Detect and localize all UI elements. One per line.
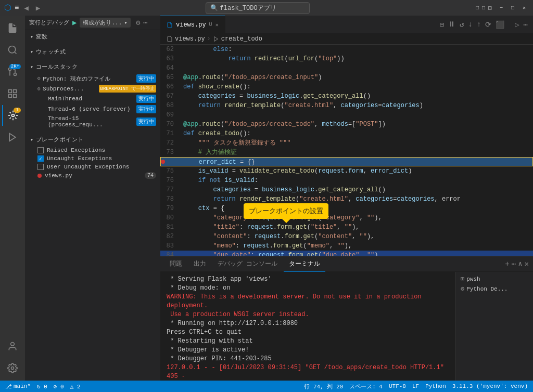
tab-stop-button[interactable]: ⬛ (494, 19, 505, 30)
svg-point-9 (12, 114, 15, 117)
title-bar-right: □ □ ◫ − □ ✕ (473, 3, 529, 13)
tab-close-icon[interactable]: ✕ (215, 22, 219, 28)
code-line-72: 72 """ タスクを新規登録する """ (160, 138, 533, 148)
svg-rect-8 (9, 95, 12, 98)
tab-step-in-button[interactable]: ↑ (476, 19, 482, 30)
search-icon (7, 45, 18, 55)
line-code-83: "memo": request.form.get("memo", ""), (179, 241, 533, 251)
code-line-81: 81 "title": request.form.get("title", ""… (160, 223, 533, 232)
callstack-title[interactable]: ▾ コールスタック (25, 61, 160, 72)
watch-section: ▾ ウォッチ式 (25, 45, 160, 58)
line-num-81: 81 (160, 223, 179, 232)
panel-tab-debug-console[interactable]: デバッグ コンソール (212, 256, 283, 272)
breadcrumb-file[interactable]: views.py (175, 35, 205, 43)
tab-run-button[interactable]: ▷ (514, 19, 520, 30)
debug-gear-button[interactable]: ⚙ (136, 18, 140, 27)
callstack-main-thread[interactable]: MainThread 実行中 (40, 94, 160, 104)
terminal-pwsh-label: pwsh (466, 276, 480, 282)
hamburger-menu[interactable]: ≡ (15, 4, 19, 12)
status-errors[interactable]: ⊘ 0 (53, 383, 65, 390)
status-encoding[interactable]: UTF-8 (388, 383, 407, 389)
terminal-python[interactable]: ⚙ Python De... (458, 284, 531, 294)
nav-back-button[interactable]: ◀ (22, 3, 30, 14)
line-num-63: 63 (160, 54, 179, 63)
terminal-line-3: WARNING: This is a development server. D… (167, 293, 449, 310)
code-line-73: 73 # 入力値検証 (160, 148, 533, 157)
status-language[interactable]: Python (424, 383, 447, 389)
user-uncaught-checkbox[interactable] (37, 164, 44, 170)
nav-forward-button[interactable]: ▶ (34, 3, 42, 14)
activity-account[interactable] (2, 336, 23, 357)
line-code-70: @app.route("/todo_apps/create_todo", met… (179, 120, 533, 129)
code-line-80: 80 "category": request.form.get("categor… (160, 213, 533, 223)
callstack-thread6[interactable]: Thread-6 (serve_forever) 実行中 (40, 104, 160, 114)
breakpoints-title[interactable]: ▾ ブレークポイント (25, 134, 160, 145)
title-bar: ⬡ ≡ ◀ ▶ 🔍 flask_TODOアプリ □ □ ◫ − □ ✕ (0, 0, 533, 16)
user-uncaught-label: User Uncaught Exceptions (47, 164, 129, 170)
variables-arrow: ▾ (30, 34, 34, 40)
status-branch[interactable]: ⎇ main* (4, 383, 32, 390)
status-version[interactable]: 3.11.3 ('myenv': venv) (451, 383, 529, 389)
tab-views-py[interactable]: views.py U ✕ (160, 16, 225, 34)
tab-step-over-button[interactable]: ↓ (467, 19, 473, 30)
file-icon (167, 22, 173, 28)
activity-explorer[interactable] (2, 18, 23, 38)
panel-add-button[interactable]: + (505, 260, 509, 268)
tab-step-out-button[interactable]: ⟳ (484, 19, 492, 30)
tab-more-button[interactable]: ⋯ (523, 19, 529, 30)
source-control-badge: 2K+ (9, 64, 21, 69)
activity-run[interactable] (2, 127, 23, 148)
status-spaces[interactable]: スペース: 4 (348, 383, 384, 390)
panel-tab-terminal[interactable]: ターミナル (284, 256, 325, 272)
status-sync[interactable]: ↻ 0 (36, 383, 48, 390)
line-code-74: error_dict = {} (180, 158, 532, 166)
bp-user-uncaught[interactable]: User Uncaught Exceptions (33, 163, 160, 171)
panel-tab-output[interactable]: 出力 (188, 256, 211, 272)
watch-title[interactable]: ▾ ウォッチ式 (25, 46, 160, 57)
status-line-col[interactable]: 行 74, 列 20 (303, 383, 344, 390)
config-button[interactable]: 構成があり... ▾ (80, 18, 130, 28)
settings-icon (7, 363, 18, 373)
tab-pause-button[interactable]: ⏸ (447, 19, 456, 30)
activity-settings[interactable] (2, 358, 23, 378)
line-code-63: return redirect(url_for("top")) (179, 54, 533, 63)
terminal-pwsh[interactable]: ⊞ pwsh (458, 274, 531, 284)
status-eol[interactable]: LF (411, 383, 420, 389)
status-warnings[interactable]: △ 2 (69, 383, 82, 390)
tab-split-button[interactable]: ⊟ (438, 19, 445, 30)
terminal-line-7: * Restarting with stat (167, 337, 449, 346)
activity-debug[interactable]: 1 (2, 105, 23, 126)
callstack-item-python[interactable]: ⚙ Python: 現在のファイル 実行中 (33, 73, 160, 84)
variables-label: 変数 (36, 33, 48, 41)
activity-extensions[interactable] (2, 83, 23, 104)
activity-source-control[interactable]: 2K+ (2, 61, 23, 82)
debug-play-button[interactable]: ▶ (72, 18, 77, 27)
encoding-label: UTF-8 (389, 383, 406, 389)
uncaught-exceptions-checkbox[interactable]: ✓ (37, 155, 44, 162)
panel-more-button[interactable]: ⋯ (512, 259, 516, 268)
code-lines[interactable]: 62 else: 63 return redirect(url_for("top… (160, 45, 533, 256)
svg-line-1 (15, 52, 17, 54)
close-button[interactable]: ✕ (519, 3, 529, 13)
bp-views-py[interactable]: views.py 74 (33, 171, 160, 180)
search-bar[interactable]: 🔍 flask_TODOアプリ (206, 2, 310, 14)
activity-search[interactable] (2, 40, 23, 60)
panel-expand-button[interactable]: ∧ (518, 259, 522, 268)
debug-more-button[interactable]: ⋯ (143, 18, 147, 27)
callstack-thread15[interactable]: Thread-15 (process_requ... 実行中 (40, 114, 160, 129)
variables-title[interactable]: ▾ 変数 (25, 31, 160, 42)
bp-uncaught-exceptions[interactable]: ✓ Uncaught Exceptions (33, 154, 160, 163)
callstack-item-subprocess[interactable]: ⚙ Subproces... BREAKPOINT で一時停止 (33, 84, 160, 94)
panel-close-button[interactable]: ✕ (525, 259, 529, 268)
raised-exceptions-checkbox[interactable] (37, 147, 44, 153)
tab-restart-button[interactable]: ↺ (459, 19, 465, 30)
minimize-button[interactable]: − (497, 3, 506, 13)
panel-tab-problems[interactable]: 問題 (164, 256, 187, 272)
line-num-84: 84 (160, 251, 179, 256)
line-num-72: 72 (160, 138, 179, 148)
watch-label: ウォッチ式 (36, 48, 66, 56)
maximize-button[interactable]: □ (508, 3, 517, 13)
breadcrumb-symbol[interactable]: create_todo (221, 35, 262, 43)
main-thread-status: 実行中 (136, 95, 156, 103)
bp-raised-exceptions[interactable]: Raised Exceptions (33, 146, 160, 154)
